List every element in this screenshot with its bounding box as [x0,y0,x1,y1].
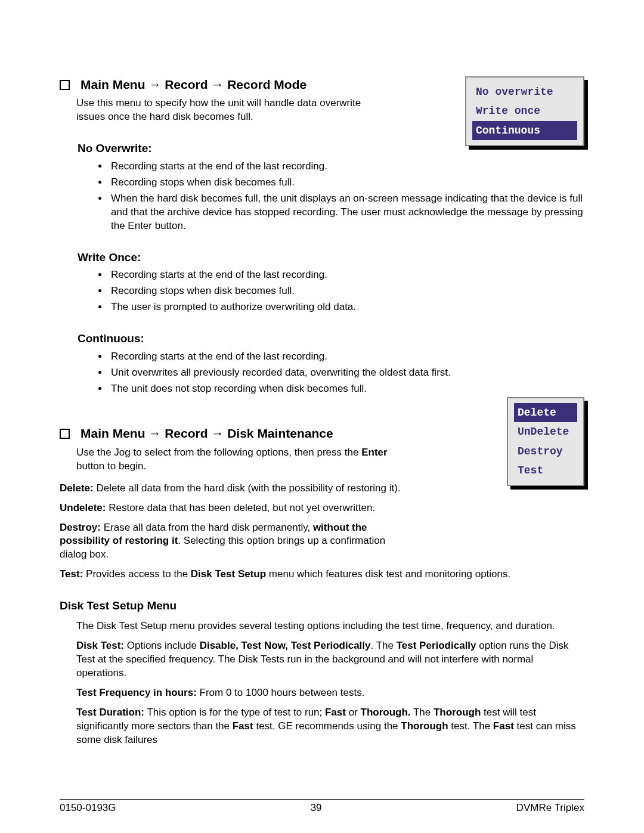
checkbox-icon [60,80,70,90]
heading-text: Main Menu → Record → Record Mode [80,76,306,93]
record-mode-menu: No overwrite Write once Continuous [465,76,584,146]
list-item: Unit overwrites all previously recorded … [109,366,584,380]
list-item: Recording stops when disk becomes full. [109,176,584,190]
menu-item-no-overwrite[interactable]: No overwrite [472,82,577,101]
menu-item-test[interactable]: Test [514,461,577,480]
footer-docnum: 0150-0193G [60,801,116,815]
sub-heading-write-once: Write Once: [78,250,584,265]
sub-heading-continuous: Continuous: [78,331,584,346]
continuous-list: Recording starts at the end of the last … [93,350,584,396]
list-item: Recording stops when disk becomes full. [109,284,584,298]
disk-test-setup-block: The Disk Test Setup menu provides severa… [60,620,584,747]
list-item: Recording starts at the end of the last … [109,268,584,282]
list-item: Recording starts at the end of the last … [109,350,584,364]
record-mode-intro: Use this menu to specify how the unit wi… [60,97,382,124]
menu-item-delete[interactable]: Delete [514,403,577,422]
menu-item-destroy[interactable]: Destroy [514,442,577,461]
footer-page-number: 39 [311,801,322,815]
list-item: The user is prompted to authorize overwr… [109,301,584,314]
dtsm-intro: The Disk Test Setup menu provides severa… [76,620,584,633]
definition-test: Test: Provides access to the Disk Test S… [60,568,584,581]
footer-rule [60,799,584,800]
disk-maintenance-menu: Delete UnDelete Destroy Test [507,397,584,486]
definition-undelete: Undelete: Restore data that has been del… [60,501,414,515]
menu-item-continuous[interactable]: Continuous [472,121,577,140]
dtsm-duration: Test Duration: This option is for the ty… [76,706,584,747]
definition-destroy: Destroy: Erase all data from the hard di… [60,521,414,562]
list-item: The unit does not stop recording when di… [109,382,584,396]
no-overwrite-list: Recording starts at the end of the last … [93,160,584,233]
dtsm-disk-test: Disk Test: Options include Disable, Test… [76,639,584,680]
dtsm-freq: Test Frequency in hours: From 0 to 1000 … [76,686,584,700]
write-once-list: Recording starts at the end of the last … [93,268,584,314]
page-footer: 0150-0193G 39 DVMRe Triplex [60,801,584,815]
checkbox-icon [60,429,70,439]
disk-maintenance-definitions: Delete: Delete all data from the hard di… [60,482,584,582]
heading-text: Main Menu → Record → Disk Maintenance [80,425,333,442]
definition-delete: Delete: Delete all data from the hard di… [60,482,414,496]
list-item: When the hard disk becomes full, the uni… [109,192,584,233]
list-item: Recording starts at the end of the last … [109,160,584,174]
disk-maintenance-intro: Use the Jog to select from the following… [60,446,405,473]
footer-product: DVMRe Triplex [516,801,584,815]
sub-heading-disk-test-setup: Disk Test Setup Menu [60,598,584,614]
section-heading-disk-maintenance: Main Menu → Record → Disk Maintenance [60,425,584,442]
menu-item-write-once[interactable]: Write once [472,101,577,120]
menu-item-undelete[interactable]: UnDelete [514,422,577,441]
